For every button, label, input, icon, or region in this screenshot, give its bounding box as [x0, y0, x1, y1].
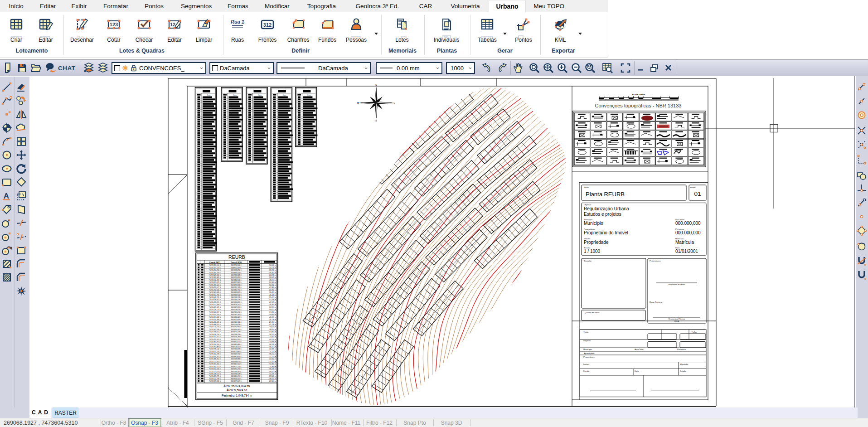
svg-text:7.473.634,566 6: 7.473.634,566 6	[209, 368, 221, 370]
svg-text:49,187 m: 49,187 m	[269, 272, 276, 274]
svg-text:368.651,207 6: 368.651,207 6	[231, 366, 242, 368]
svg-text:368.698,636 6: 368.698,636 6	[231, 284, 242, 286]
svg-text:7.473.526,174 6: 7.473.526,174 6	[209, 309, 221, 311]
svg-text:7.473.562,598 6: 7.473.562,598 6	[209, 329, 221, 330]
svg-text:35,505 m: 35,505 m	[269, 375, 276, 377]
svg-text:17,651 m: 17,651 m	[269, 311, 276, 313]
svg-text:7.473.415,895 6: 7.473.415,895 6	[209, 301, 221, 303]
svg-text:24,302 m: 24,302 m	[269, 358, 276, 360]
svg-text:Proprietário do Imóvel: Proprietário do Imóvel	[668, 284, 685, 286]
svg-text:368.616,502 6: 368.616,502 6	[231, 279, 242, 281]
svg-text:14,912 m: 14,912 m	[269, 334, 276, 335]
svg-text:368.595,895 6: 368.595,895 6	[231, 326, 242, 328]
svg-text:368.662,904 6: 368.662,904 6	[231, 294, 242, 296]
svg-text:21,303 m: 21,303 m	[269, 281, 276, 283]
svg-text:7.473.600,280 6: 7.473.600,280 6	[209, 314, 221, 315]
svg-text:368.657,569 6: 368.657,569 6	[231, 281, 242, 283]
svg-text:7.473.416,524 6: 7.473.416,524 6	[209, 284, 221, 286]
svg-text:000.000,000: 000.000,000	[675, 230, 701, 235]
svg-text:Folha:: Folha:	[692, 331, 697, 333]
svg-text:Estudos e projetos: Estudos e projetos	[584, 212, 621, 217]
svg-text:7.473.564,736 6: 7.473.564,736 6	[209, 294, 221, 296]
svg-text:7.473.450,810 6: 7.473.450,810 6	[209, 339, 221, 340]
svg-text:368.769,953 6: 368.769,953 6	[231, 361, 242, 363]
svg-text:Área: 5,5624 ha: Área: 5,5624 ha	[227, 388, 247, 392]
svg-text:39,157 m: 39,157 m	[269, 346, 276, 348]
svg-text:Município: Município	[584, 221, 603, 226]
svg-text:368.764,618 6: 368.764,618 6	[231, 348, 242, 350]
svg-text:13,999 m: 13,999 m	[269, 341, 276, 343]
svg-text:368.687,819 6: 368.687,819 6	[231, 356, 242, 358]
svg-text:30,680 m: 30,680 m	[269, 314, 276, 315]
svg-text:Título:: Título:	[584, 186, 589, 189]
svg-text:368.575,435 6: 368.575,435 6	[231, 277, 242, 278]
svg-text:41,883 m: 41,883 m	[269, 331, 276, 333]
svg-text:25,215 m: 25,215 m	[269, 351, 276, 353]
svg-text:368.739,703 6: 368.739,703 6	[231, 286, 242, 288]
svg-text:368.667,359 6: 368.667,359 6	[231, 306, 242, 308]
svg-text:47,361 m: 47,361 m	[269, 286, 276, 288]
svg-text:N: N	[375, 84, 377, 87]
svg-text:37,331 m: 37,331 m	[269, 361, 276, 363]
svg-text:Objetivo:: Objetivo:	[583, 340, 591, 342]
svg-text:7.473.523,407 6: 7.473.523,407 6	[209, 361, 221, 363]
svg-text:368.749,493 6: 368.749,493 6	[231, 311, 242, 313]
svg-text:312: 312	[263, 39, 272, 39]
svg-text:7.473.563,227 6: 7.473.563,227 6	[209, 311, 221, 313]
svg-text:Coos: Coos	[207, 94, 211, 96]
svg-text:000.000,000: 000.000,000	[675, 221, 701, 226]
svg-text:368.713,761 6: 368.713,761 6	[231, 321, 242, 323]
svg-text:Folha:: Folha:	[690, 186, 696, 189]
svg-text:7.473.487,863 6: 7.473.487,863 6	[209, 341, 221, 343]
svg-text:7.473.639,471 6: 7.473.639,471 6	[209, 281, 221, 283]
svg-text:368.754,828 6: 368.754,828 6	[231, 324, 242, 325]
svg-text:368.692,274 6: 368.692,274 6	[231, 368, 242, 370]
svg-text:Área Total:: Área Total:	[635, 348, 644, 350]
svg-text:368.708,426 6: 368.708,426 6	[231, 309, 242, 311]
svg-text:312: 312	[263, 22, 272, 28]
svg-text:Planta REURB: Planta REURB	[586, 191, 625, 198]
svg-text:23,389 m: 23,389 m	[269, 366, 276, 368]
svg-text:368.574,408 6: 368.574,408 6	[231, 373, 242, 375]
svg-text:22,216 m: 22,216 m	[269, 274, 276, 276]
svg-text:Objetivo:: Objetivo:	[584, 204, 592, 206]
svg-text:7.473.454,206 6: 7.473.454,206 6	[209, 269, 221, 271]
svg-text:368.590,560 6: 368.590,560 6	[231, 314, 242, 315]
svg-text:7.473.637,333 6: 7.473.637,333 6	[209, 316, 221, 318]
svg-text:7.473.451,439 6: 7.473.451,439 6	[209, 321, 221, 323]
svg-text:S: S	[375, 119, 377, 122]
svg-text:7.473.411,619 6: 7.473.411,619 6	[209, 371, 221, 373]
svg-text:L: L	[393, 102, 395, 104]
svg-text:22,476 m: 22,476 m	[269, 373, 276, 375]
svg-text:15,825 m: 15,825 m	[269, 326, 276, 328]
svg-text:368.580,770 6: 368.580,770 6	[231, 289, 242, 291]
svg-text:368.585,225 6: 368.585,225 6	[231, 301, 242, 303]
svg-text:40,970 m: 40,970 m	[269, 339, 276, 340]
svg-text:36,418 m: 36,418 m	[269, 368, 276, 370]
svg-text:368.570,100 6: 368.570,100 6	[231, 264, 242, 266]
svg-text:7.473.528,312 6: 7.473.528,312 6	[209, 274, 221, 276]
svg-text:368.733,341 6: 368.733,341 6	[231, 371, 242, 373]
svg-text:Matrícula: Matrícula	[675, 240, 694, 245]
svg-text:43,709 m: 43,709 m	[269, 316, 276, 318]
svg-text:7.473.448,672 6: 7.473.448,672 6	[209, 373, 221, 375]
svg-text:7.473.597,513 6: 7.473.597,513 6	[209, 366, 221, 368]
svg-text:Coos: Coos	[307, 94, 311, 96]
svg-text:Coord. N(Y): Coord. N(Y)	[209, 261, 221, 263]
svg-text:368.682,484 6: 368.682,484 6	[231, 344, 242, 345]
svg-text:368.641,417 6: 368.641,417 6	[231, 341, 242, 343]
svg-text:36,158 m: 36,158 m	[269, 269, 276, 271]
svg-text:10,100 m: 10,100 m	[269, 264, 276, 266]
svg-text:CREA:: CREA:	[674, 320, 679, 322]
svg-text:7.473.486,354 6: 7.473.486,354 6	[209, 358, 221, 360]
svg-text:45,535 m: 45,535 m	[269, 301, 276, 303]
svg-text:7.473.565,365 6: 7.473.565,365 6	[209, 277, 221, 278]
svg-text:Área: 55.624,004 m²: Área: 55.624,004 m²	[223, 384, 250, 388]
svg-text:Escala:: Escala:	[583, 370, 590, 372]
svg-text:368.672,694 6: 368.672,694 6	[231, 319, 242, 320]
svg-text:32,506 m: 32,506 m	[269, 299, 276, 301]
svg-text:368.615,475 6: 368.615,475 6	[231, 375, 242, 377]
svg-text:Coos: Coos	[233, 94, 237, 96]
svg-text:Imóvel:: Imóvel:	[583, 363, 590, 365]
svg-text:Escala Gráfica: Escala Gráfica	[632, 93, 646, 96]
